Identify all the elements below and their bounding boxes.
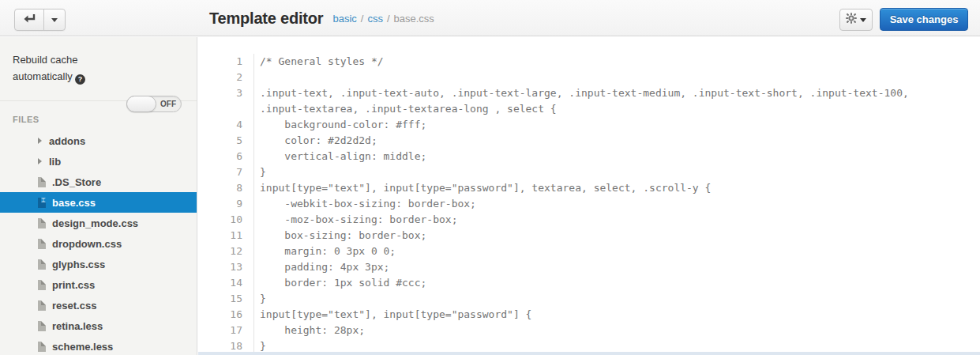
file-row-dropdown-css[interactable]: dropdown.css xyxy=(0,233,197,254)
file-document-icon xyxy=(38,342,46,352)
code-line-text[interactable]: color: #2d2d2d; xyxy=(254,133,980,149)
line-number[interactable]: 3 xyxy=(198,85,254,117)
file-row-design_mode-css[interactable]: design_mode.css xyxy=(0,213,197,233)
back-arrow-icon xyxy=(22,13,36,27)
code-row: .input-textarea, .input-textarea-long , … xyxy=(260,101,980,117)
line-number[interactable]: 12 xyxy=(198,244,254,259)
code-line-9[interactable]: 9 -webkit-box-sizing: border-box; xyxy=(198,196,980,212)
code-line-text[interactable] xyxy=(254,70,980,85)
breadcrumb-item-basic[interactable]: basic xyxy=(332,13,356,25)
code-line-text[interactable]: padding: 4px 3px; xyxy=(254,259,980,275)
file-row-scheme-less[interactable]: scheme.less xyxy=(0,336,197,355)
code-line-12[interactable]: 12 margin: 0 3px 0 0; xyxy=(198,244,980,259)
line-number[interactable]: 16 xyxy=(198,307,254,323)
code-editor[interactable]: 1/* General styles */23.input-text, .inp… xyxy=(198,37,980,355)
code-line-15[interactable]: 15} xyxy=(198,291,980,307)
code-line-4[interactable]: 4 background-color: #fff; xyxy=(198,117,980,133)
file-row-base-css[interactable]: base.css xyxy=(0,192,197,213)
chevron-down-icon xyxy=(51,18,58,22)
page-title: Template editor xyxy=(209,9,323,28)
line-number[interactable]: 9 xyxy=(198,196,254,212)
code-area: 1/* General styles */23.input-text, .inp… xyxy=(198,37,980,354)
line-number[interactable]: 5 xyxy=(198,133,254,149)
code-line-text[interactable]: input[type="text"], input[type="password… xyxy=(254,307,980,323)
file-row-retina-less[interactable]: retina.less xyxy=(0,315,197,336)
code-line-text[interactable]: height: 28px; xyxy=(254,323,980,338)
back-history-dropdown[interactable] xyxy=(43,9,65,30)
line-number[interactable]: 6 xyxy=(198,149,254,164)
save-changes-button[interactable]: Save changes xyxy=(880,8,968,31)
rebuild-cache-toggle[interactable]: OFF xyxy=(126,96,182,112)
file-document-icon xyxy=(38,259,46,270)
code-line-5[interactable]: 5 color: #2d2d2d; xyxy=(198,133,980,149)
file-name-label: scheme.less xyxy=(52,341,113,353)
file-row-print-css[interactable]: print.css xyxy=(0,274,197,295)
file-name-label: retina.less xyxy=(52,320,103,332)
code-line-2[interactable]: 2 xyxy=(198,70,980,85)
code-line-text[interactable]: border: 1px solid #ccc; xyxy=(254,275,980,291)
code-line-text[interactable]: margin: 0 3px 0 0; xyxy=(254,244,980,259)
line-number[interactable]: 7 xyxy=(198,164,254,180)
line-number[interactable]: 2 xyxy=(198,70,254,85)
code-line-17[interactable]: 17 height: 28px; xyxy=(198,323,980,338)
code-line-text[interactable]: input[type="text"], input[type="password… xyxy=(254,180,980,196)
breadcrumb-separator: / xyxy=(361,13,364,25)
code-line-text[interactable]: /* General styles */ xyxy=(254,54,980,70)
code-line-13[interactable]: 13 padding: 4px 3px; xyxy=(198,259,980,275)
toggle-handle[interactable] xyxy=(126,96,156,112)
code-line-6[interactable]: 6 vertical-align: middle; xyxy=(198,149,980,164)
gear-icon xyxy=(846,13,857,27)
code-line-1[interactable]: 1/* General styles */ xyxy=(198,54,980,70)
code-line-14[interactable]: 14 border: 1px solid #ccc; xyxy=(198,275,980,291)
code-row: /* General styles */ xyxy=(260,54,980,70)
line-number[interactable]: 15 xyxy=(198,291,254,307)
code-line-text[interactable]: .input-text, .input-text-auto, .input-te… xyxy=(254,85,980,117)
code-line-3[interactable]: 3.input-text, .input-text-auto, .input-t… xyxy=(198,85,980,117)
folder-collapsed-caret-icon[interactable] xyxy=(38,158,42,164)
file-row--DS_Store[interactable]: .DS_Store xyxy=(0,172,197,192)
file-name-label: addons xyxy=(49,135,85,147)
line-number[interactable]: 1 xyxy=(198,54,254,70)
code-row: input[type="text"], input[type="password… xyxy=(260,180,980,196)
code-row: color: #2d2d2d; xyxy=(260,133,980,149)
breadcrumb-separator: / xyxy=(387,13,390,25)
code-row: } xyxy=(260,291,980,307)
code-line-text[interactable]: background-color: #fff; xyxy=(254,117,980,133)
help-icon[interactable]: ? xyxy=(75,74,85,85)
code-row: margin: 0 3px 0 0; xyxy=(260,244,980,259)
code-line-16[interactable]: 16input[type="text"], input[type="passwo… xyxy=(198,307,980,323)
folder-collapsed-caret-icon[interactable] xyxy=(38,138,42,144)
breadcrumb-item-css[interactable]: css xyxy=(367,13,383,25)
code-line-text[interactable]: box-sizing: border-box; xyxy=(254,228,980,244)
code-line-11[interactable]: 11 box-sizing: border-box; xyxy=(198,228,980,244)
toggle-state-label: OFF xyxy=(156,96,181,111)
line-number[interactable]: 17 xyxy=(198,323,254,338)
code-line-text[interactable]: } xyxy=(254,291,980,307)
line-number[interactable]: 13 xyxy=(198,259,254,275)
code-line-10[interactable]: 10 -moz-box-sizing: border-box; xyxy=(198,212,980,228)
file-row-reset-css[interactable]: reset.css xyxy=(0,295,197,315)
file-row-glyphs-css[interactable]: glyphs.css xyxy=(0,254,197,274)
code-line-7[interactable]: 7} xyxy=(198,164,980,180)
line-number[interactable]: 4 xyxy=(198,117,254,133)
code-line-text[interactable]: } xyxy=(254,164,980,180)
rebuild-cache-label-text: Rebuild cache automatically xyxy=(13,54,77,82)
breadcrumb: basic/css/base.css xyxy=(332,13,434,25)
file-document-icon xyxy=(38,239,46,249)
line-number[interactable]: 14 xyxy=(198,275,254,291)
line-number[interactable]: 8 xyxy=(198,180,254,196)
file-name-label: .DS_Store xyxy=(52,176,101,188)
file-row-lib[interactable]: lib xyxy=(0,151,197,172)
file-row-addons[interactable]: addons xyxy=(0,130,197,151)
settings-dropdown-button[interactable] xyxy=(839,9,873,31)
back-button[interactable] xyxy=(15,9,43,30)
file-name-label: design_mode.css xyxy=(52,217,138,229)
line-number[interactable]: 10 xyxy=(198,212,254,228)
code-line-8[interactable]: 8input[type="text"], input[type="passwor… xyxy=(198,180,980,196)
code-line-text[interactable]: -webkit-box-sizing: border-box; xyxy=(254,196,980,212)
line-number[interactable]: 11 xyxy=(198,228,254,244)
code-row xyxy=(260,70,980,85)
code-line-text[interactable]: vertical-align: middle; xyxy=(254,149,980,164)
rebuild-cache-label: Rebuild cache automatically? xyxy=(13,51,115,85)
code-line-text[interactable]: -moz-box-sizing: border-box; xyxy=(254,212,980,228)
